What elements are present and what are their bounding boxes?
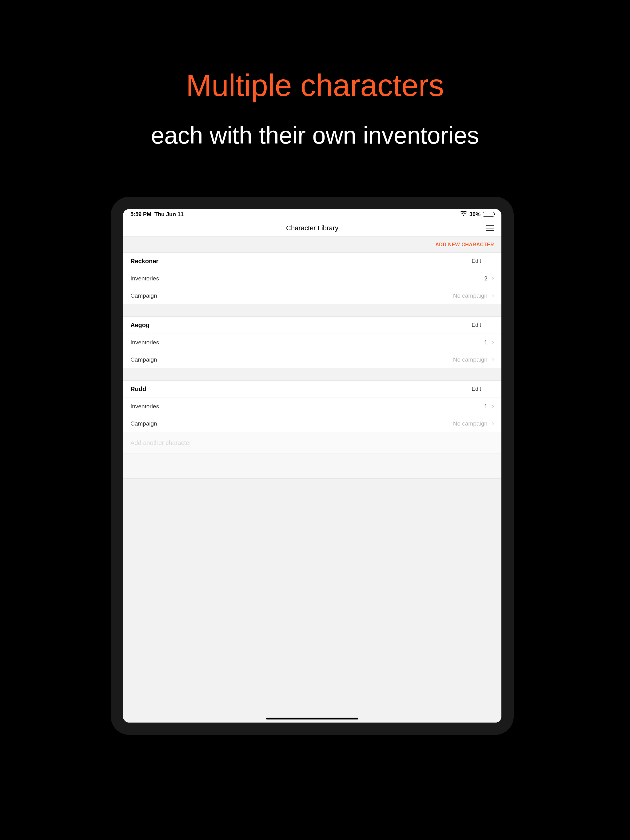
wifi-icon <box>460 211 467 218</box>
battery-percent: 30% <box>469 211 481 218</box>
add-new-character-button[interactable]: ADD NEW CHARACTER <box>435 242 494 248</box>
edit-button[interactable]: Edit <box>472 322 494 328</box>
campaign-value: No campaign <box>453 292 488 299</box>
character-header: Aegog Edit <box>123 317 502 334</box>
status-bar: 5:59 PM Thu Jun 11 30% <box>123 209 502 219</box>
section-spacer <box>123 368 502 381</box>
inventories-count: 1 <box>484 339 488 346</box>
inventories-count: 2 <box>484 275 488 282</box>
campaign-label: Campaign <box>130 420 157 427</box>
inventories-label: Inventories <box>130 403 159 410</box>
nav-header: Character Library <box>123 219 502 237</box>
battery-icon <box>483 212 494 217</box>
character-header: Reckoner Edit <box>123 253 502 270</box>
inventories-label: Inventories <box>130 275 159 282</box>
chevron-right-icon: › <box>492 338 494 346</box>
add-new-section: ADD NEW CHARACTER <box>123 237 502 253</box>
chevron-right-icon: › <box>492 420 494 428</box>
promo-title: Multiple characters <box>0 0 630 103</box>
status-time: 5:59 PM <box>130 211 151 218</box>
edit-button[interactable]: Edit <box>472 386 494 392</box>
chevron-right-icon: › <box>492 275 494 283</box>
content-filler <box>123 478 502 723</box>
character-name: Rudd <box>130 385 146 393</box>
chevron-right-icon: › <box>492 356 494 364</box>
character-header: Rudd Edit <box>123 381 502 398</box>
campaign-row[interactable]: Campaign No campaign › <box>123 287 502 305</box>
campaign-row[interactable]: Campaign No campaign › <box>123 415 502 432</box>
promo-subtitle: each with their own inventories <box>0 103 630 149</box>
add-another-label: Add another character <box>130 439 192 447</box>
home-indicator[interactable] <box>266 718 358 720</box>
campaign-value: No campaign <box>453 420 488 427</box>
campaign-value: No campaign <box>453 356 488 363</box>
campaign-row[interactable]: Campaign No campaign › <box>123 351 502 368</box>
tablet-screen: 5:59 PM Thu Jun 11 30% Character Library <box>123 209 502 723</box>
inventories-row[interactable]: Inventories 2 › <box>123 270 502 287</box>
inventories-row[interactable]: Inventories 1 › <box>123 398 502 415</box>
page-title: Character Library <box>286 224 339 232</box>
chevron-right-icon: › <box>492 292 494 300</box>
status-date: Thu Jun 11 <box>154 211 184 218</box>
campaign-label: Campaign <box>130 356 157 363</box>
character-name: Reckoner <box>130 257 158 265</box>
tablet-frame: 5:59 PM Thu Jun 11 30% Character Library <box>111 197 514 735</box>
inventories-label: Inventories <box>130 339 159 346</box>
menu-icon[interactable] <box>486 225 494 231</box>
inventories-row[interactable]: Inventories 1 › <box>123 334 502 351</box>
edit-button[interactable]: Edit <box>472 258 494 264</box>
inventories-count: 1 <box>484 403 488 410</box>
character-name: Aegog <box>130 322 149 329</box>
filler-shade <box>123 454 502 478</box>
add-another-character-row[interactable]: Add another character <box>123 432 502 454</box>
campaign-label: Campaign <box>130 292 157 299</box>
chevron-right-icon: › <box>492 403 494 411</box>
section-spacer <box>123 305 502 317</box>
